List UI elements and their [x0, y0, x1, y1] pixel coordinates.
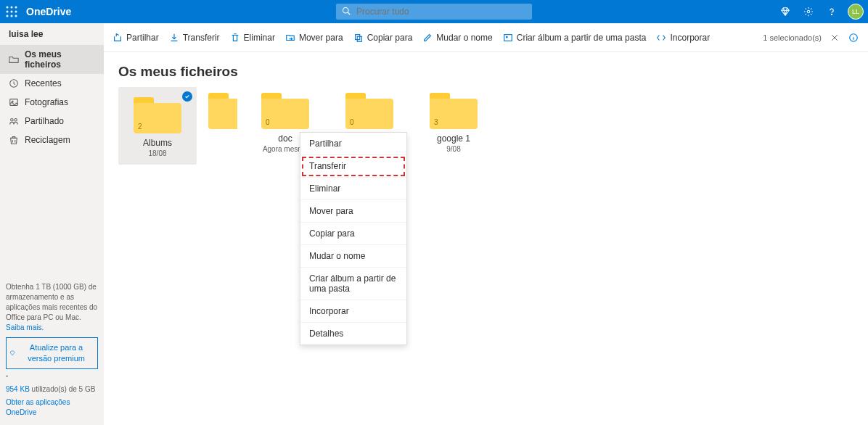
- user-avatar[interactable]: LL: [848, 4, 864, 20]
- ctx-copy[interactable]: Copiar para: [300, 223, 406, 245]
- nav-label: Fotografias: [25, 97, 68, 107]
- sidebar-nav: Os meus ficheiros Recentes Fotografias P…: [0, 45, 104, 149]
- context-menu: Partilhar Transferir Eliminar Mover para…: [300, 132, 407, 345]
- ctx-album[interactable]: Criar álbum a partir de uma pasta: [300, 268, 406, 300]
- search-wrap: [336, 4, 532, 20]
- sidebar-bottom: Obtenha 1 TB (1000 GB) de armazenamento …: [0, 276, 104, 425]
- cmd-copy[interactable]: Copiar para: [353, 33, 413, 43]
- search-icon: [342, 7, 351, 15]
- nav-photos[interactable]: Fotografias: [0, 93, 104, 112]
- help-icon[interactable]: [822, 0, 842, 23]
- folder-icon: 0: [261, 93, 309, 129]
- svg-point-2: [15, 7, 17, 9]
- cmd-share[interactable]: Partilhar: [112, 33, 159, 43]
- folder-name: google 1: [417, 133, 490, 144]
- command-bar: Partilhar Transferir Eliminar Mover para…: [104, 23, 868, 52]
- delete-icon: [230, 33, 240, 43]
- people-icon: [9, 116, 19, 126]
- cmd-move[interactable]: Mover para: [285, 33, 343, 43]
- nav-recycle[interactable]: Reciclagem: [0, 131, 104, 149]
- nav-label: Reciclagem: [25, 135, 70, 145]
- ctx-delete[interactable]: Eliminar: [300, 178, 406, 200]
- svg-point-5: [15, 11, 17, 13]
- move-icon: [285, 33, 295, 43]
- check-icon: [182, 91, 192, 102]
- nav-shared[interactable]: Partilhado: [0, 112, 104, 131]
- svg-point-4: [11, 11, 13, 13]
- folder-icon: 0: [345, 93, 393, 129]
- storage-text: 954 KB utilizado(s) de 5 GB: [6, 384, 98, 395]
- album-icon: [503, 33, 513, 43]
- get-apps-link[interactable]: Obter as aplicações OneDrive: [6, 397, 98, 418]
- page-title: Os meus ficheiros: [104, 52, 868, 87]
- top-header: OneDrive LL: [0, 0, 868, 23]
- clear-selection-icon[interactable]: [829, 32, 840, 44]
- promo-text: Obtenha 1 TB (1000 GB) de armazenamento …: [6, 282, 98, 323]
- folder-icon: 2: [134, 97, 181, 133]
- folder-tile[interactable]: 2 Albums 18/08: [118, 87, 197, 165]
- cmd-album[interactable]: Criar álbum a partir de uma pasta: [503, 33, 647, 43]
- ctx-details[interactable]: Detalhes: [300, 323, 406, 344]
- svg-point-12: [831, 14, 832, 15]
- search-input[interactable]: [336, 4, 532, 20]
- cmd-embed[interactable]: Incorporar: [656, 33, 710, 43]
- cmd-rename[interactable]: Mudar o nome: [422, 33, 492, 43]
- storage-used: 954 KB: [6, 385, 30, 393]
- ctx-move[interactable]: Mover para: [300, 200, 406, 223]
- copy-icon: [353, 33, 364, 43]
- promo-link[interactable]: Saiba mais.: [6, 323, 44, 331]
- folder-icon: 3: [430, 93, 478, 129]
- folder-sub: 18/08: [121, 149, 194, 157]
- folder-name: Albums: [121, 138, 194, 148]
- upgrade-label: Atualize para a versão premium: [18, 342, 94, 365]
- file-grid: 2 Albums 18/08 0 doc Agora mesmo: [104, 87, 868, 165]
- app-launcher-icon[interactable]: [0, 0, 23, 23]
- svg-point-11: [807, 10, 810, 13]
- svg-point-3: [7, 11, 9, 13]
- nav-label: Recentes: [25, 78, 62, 88]
- svg-rect-20: [504, 34, 512, 41]
- brand-label[interactable]: OneDrive: [26, 6, 71, 17]
- premium-icon[interactable]: [775, 0, 795, 23]
- nav-label: Os meus ficheiros: [25, 49, 95, 70]
- rename-icon: [422, 33, 433, 43]
- settings-icon[interactable]: [798, 0, 819, 23]
- svg-point-1: [11, 7, 13, 9]
- nav-recent[interactable]: Recentes: [0, 74, 104, 93]
- folder-tile[interactable]: [208, 87, 237, 132]
- photo-icon: [9, 97, 19, 107]
- svg-point-16: [11, 119, 14, 122]
- sidebar: luisa lee Os meus ficheiros Recentes Fot…: [0, 23, 104, 425]
- nav-my-files[interactable]: Os meus ficheiros: [0, 45, 104, 74]
- nav-label: Partilhado: [25, 116, 64, 126]
- folder-icon: [9, 54, 19, 65]
- ctx-embed[interactable]: Incorporar: [300, 300, 406, 323]
- download-icon: [169, 33, 179, 43]
- ctx-download[interactable]: Transferir: [300, 155, 406, 178]
- svg-point-21: [506, 36, 507, 38]
- cmd-download[interactable]: Transferir: [169, 33, 220, 43]
- selection-count: 1 selecionado(s): [763, 33, 822, 42]
- header-right: LL: [775, 0, 868, 23]
- sidebar-username: luisa lee: [0, 23, 104, 45]
- recycle-icon: [9, 135, 19, 145]
- folder-icon: [208, 93, 237, 129]
- svg-point-9: [343, 8, 349, 14]
- folder-sub: 9/08: [417, 145, 490, 153]
- main-area: Partilhar Transferir Eliminar Mover para…: [104, 23, 868, 425]
- ctx-share[interactable]: Partilhar: [300, 133, 406, 155]
- folder-tile[interactable]: 3 google 1 9/08: [417, 87, 490, 153]
- ctx-rename[interactable]: Mudar o nome: [300, 245, 406, 268]
- clock-icon: [9, 78, 19, 88]
- info-icon[interactable]: [848, 32, 859, 44]
- svg-point-8: [15, 15, 17, 17]
- svg-point-7: [11, 15, 13, 17]
- embed-icon: [656, 33, 666, 43]
- svg-point-6: [7, 15, 9, 17]
- cmd-delete[interactable]: Eliminar: [230, 33, 275, 43]
- svg-point-17: [15, 119, 17, 122]
- upgrade-button[interactable]: Atualize para a versão premium: [6, 337, 98, 370]
- svg-line-10: [348, 12, 350, 15]
- share-icon: [112, 33, 123, 43]
- svg-point-0: [7, 7, 9, 9]
